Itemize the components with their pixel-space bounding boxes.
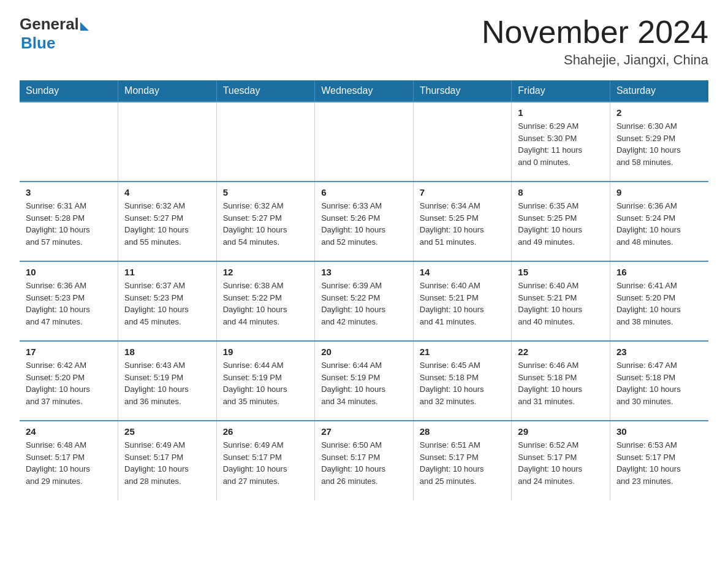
day-info: Sunrise: 6:42 AMSunset: 5:20 PMDaylight:…: [26, 359, 112, 407]
calendar-cell: 1Sunrise: 6:29 AMSunset: 5:30 PMDaylight…: [512, 102, 610, 182]
day-info: Sunrise: 6:44 AMSunset: 5:19 PMDaylight:…: [223, 359, 309, 407]
logo-triangle-icon: [80, 22, 89, 31]
calendar-cell: 30Sunrise: 6:53 AMSunset: 5:17 PMDayligh…: [610, 421, 708, 500]
day-info: Sunrise: 6:52 AMSunset: 5:17 PMDaylight:…: [518, 439, 604, 487]
day-info: Sunrise: 6:36 AMSunset: 5:23 PMDaylight:…: [26, 280, 112, 327]
day-info: Sunrise: 6:41 AMSunset: 5:20 PMDaylight:…: [616, 280, 702, 327]
calendar-week-2: 10Sunrise: 6:36 AMSunset: 5:23 PMDayligh…: [20, 261, 708, 341]
calendar-cell: 13Sunrise: 6:39 AMSunset: 5:22 PMDayligh…: [315, 261, 414, 341]
day-info: Sunrise: 6:38 AMSunset: 5:22 PMDaylight:…: [223, 280, 309, 327]
title-block: November 2024 Shahejie, Jiangxi, China: [482, 15, 708, 68]
day-info: Sunrise: 6:39 AMSunset: 5:22 PMDaylight:…: [321, 280, 407, 327]
day-number: 4: [124, 187, 210, 197]
weekday-header-monday: Monday: [118, 80, 217, 102]
day-number: 19: [223, 347, 309, 357]
day-number: 10: [26, 267, 112, 277]
day-info: Sunrise: 6:50 AMSunset: 5:17 PMDaylight:…: [321, 439, 407, 487]
day-number: 9: [616, 187, 702, 197]
calendar-cell: 14Sunrise: 6:40 AMSunset: 5:21 PMDayligh…: [413, 261, 512, 341]
calendar-cell: 9Sunrise: 6:36 AMSunset: 5:24 PMDaylight…: [610, 182, 708, 261]
logo-general-text: General: [20, 15, 79, 34]
day-info: Sunrise: 6:51 AMSunset: 5:17 PMDaylight:…: [420, 439, 506, 487]
calendar-cell: 22Sunrise: 6:46 AMSunset: 5:18 PMDayligh…: [512, 341, 610, 421]
weekday-header-wednesday: Wednesday: [315, 80, 414, 102]
day-number: 5: [223, 187, 309, 197]
weekday-header-saturday: Saturday: [610, 80, 708, 102]
day-number: 1: [518, 107, 604, 118]
calendar-cell: [216, 102, 315, 182]
calendar-cell: 19Sunrise: 6:44 AMSunset: 5:19 PMDayligh…: [216, 341, 315, 421]
calendar-cell: 18Sunrise: 6:43 AMSunset: 5:19 PMDayligh…: [118, 341, 217, 421]
calendar-week-1: 3Sunrise: 6:31 AMSunset: 5:28 PMDaylight…: [20, 182, 708, 261]
calendar-week-0: 1Sunrise: 6:29 AMSunset: 5:30 PMDaylight…: [20, 102, 708, 182]
month-title: November 2024: [482, 15, 708, 50]
day-info: Sunrise: 6:46 AMSunset: 5:18 PMDaylight:…: [518, 359, 604, 407]
day-number: 18: [124, 347, 210, 357]
calendar-cell: 24Sunrise: 6:48 AMSunset: 5:17 PMDayligh…: [20, 421, 118, 500]
day-info: Sunrise: 6:48 AMSunset: 5:17 PMDaylight:…: [26, 439, 112, 487]
weekday-header-sunday: Sunday: [20, 80, 118, 102]
day-number: 28: [420, 426, 506, 437]
day-info: Sunrise: 6:43 AMSunset: 5:19 PMDaylight:…: [124, 359, 210, 407]
calendar-cell: [413, 102, 512, 182]
day-number: 21: [420, 347, 506, 357]
calendar-cell: 11Sunrise: 6:37 AMSunset: 5:23 PMDayligh…: [118, 261, 217, 341]
weekday-header-friday: Friday: [512, 80, 610, 102]
day-number: 14: [420, 267, 506, 277]
weekday-header-row: SundayMondayTuesdayWednesdayThursdayFrid…: [20, 80, 708, 102]
day-info: Sunrise: 6:34 AMSunset: 5:25 PMDaylight:…: [420, 200, 506, 248]
day-number: 12: [223, 267, 309, 277]
day-info: Sunrise: 6:49 AMSunset: 5:17 PMDaylight:…: [223, 439, 309, 487]
calendar-cell: [315, 102, 414, 182]
calendar-cell: 12Sunrise: 6:38 AMSunset: 5:22 PMDayligh…: [216, 261, 315, 341]
day-number: 25: [124, 426, 210, 437]
page-header: General Blue November 2024 Shahejie, Jia…: [20, 15, 708, 68]
calendar-cell: 4Sunrise: 6:32 AMSunset: 5:27 PMDaylight…: [118, 182, 217, 261]
day-number: 20: [321, 347, 407, 357]
day-number: 6: [321, 187, 407, 197]
weekday-header-thursday: Thursday: [413, 80, 512, 102]
logo: General Blue: [20, 15, 89, 53]
day-info: Sunrise: 6:40 AMSunset: 5:21 PMDaylight:…: [420, 280, 506, 327]
day-number: 7: [420, 187, 506, 197]
day-info: Sunrise: 6:31 AMSunset: 5:28 PMDaylight:…: [26, 200, 112, 248]
day-info: Sunrise: 6:44 AMSunset: 5:19 PMDaylight:…: [321, 359, 407, 407]
day-number: 13: [321, 267, 407, 277]
day-number: 16: [616, 267, 702, 277]
calendar-cell: 17Sunrise: 6:42 AMSunset: 5:20 PMDayligh…: [20, 341, 118, 421]
day-info: Sunrise: 6:32 AMSunset: 5:27 PMDaylight:…: [124, 200, 210, 248]
calendar-cell: 27Sunrise: 6:50 AMSunset: 5:17 PMDayligh…: [315, 421, 414, 500]
calendar-cell: 6Sunrise: 6:33 AMSunset: 5:26 PMDaylight…: [315, 182, 414, 261]
day-info: Sunrise: 6:30 AMSunset: 5:29 PMDaylight:…: [616, 120, 702, 168]
calendar-table: SundayMondayTuesdayWednesdayThursdayFrid…: [20, 80, 708, 500]
calendar-cell: 2Sunrise: 6:30 AMSunset: 5:29 PMDaylight…: [610, 102, 708, 182]
day-number: 24: [26, 426, 112, 437]
calendar-cell: 7Sunrise: 6:34 AMSunset: 5:25 PMDaylight…: [413, 182, 512, 261]
calendar-cell: 20Sunrise: 6:44 AMSunset: 5:19 PMDayligh…: [315, 341, 414, 421]
logo-blue-text: Blue: [21, 34, 55, 53]
day-number: 23: [616, 347, 702, 357]
calendar-cell: 15Sunrise: 6:40 AMSunset: 5:21 PMDayligh…: [512, 261, 610, 341]
day-info: Sunrise: 6:45 AMSunset: 5:18 PMDaylight:…: [420, 359, 506, 407]
day-info: Sunrise: 6:49 AMSunset: 5:17 PMDaylight:…: [124, 439, 210, 487]
day-number: 29: [518, 426, 604, 437]
calendar-cell: 23Sunrise: 6:47 AMSunset: 5:18 PMDayligh…: [610, 341, 708, 421]
day-number: 3: [26, 187, 112, 197]
day-info: Sunrise: 6:35 AMSunset: 5:25 PMDaylight:…: [518, 200, 604, 248]
weekday-header-tuesday: Tuesday: [216, 80, 315, 102]
day-number: 8: [518, 187, 604, 197]
calendar-cell: 8Sunrise: 6:35 AMSunset: 5:25 PMDaylight…: [512, 182, 610, 261]
day-info: Sunrise: 6:47 AMSunset: 5:18 PMDaylight:…: [616, 359, 702, 407]
calendar-cell: [20, 102, 118, 182]
day-number: 11: [124, 267, 210, 277]
day-info: Sunrise: 6:40 AMSunset: 5:21 PMDaylight:…: [518, 280, 604, 327]
calendar-week-3: 17Sunrise: 6:42 AMSunset: 5:20 PMDayligh…: [20, 341, 708, 421]
day-info: Sunrise: 6:33 AMSunset: 5:26 PMDaylight:…: [321, 200, 407, 248]
calendar-cell: 10Sunrise: 6:36 AMSunset: 5:23 PMDayligh…: [20, 261, 118, 341]
calendar-cell: 28Sunrise: 6:51 AMSunset: 5:17 PMDayligh…: [413, 421, 512, 500]
calendar-cell: 25Sunrise: 6:49 AMSunset: 5:17 PMDayligh…: [118, 421, 217, 500]
day-number: 2: [616, 107, 702, 118]
calendar-cell: 21Sunrise: 6:45 AMSunset: 5:18 PMDayligh…: [413, 341, 512, 421]
day-info: Sunrise: 6:36 AMSunset: 5:24 PMDaylight:…: [616, 200, 702, 248]
calendar-cell: [118, 102, 217, 182]
